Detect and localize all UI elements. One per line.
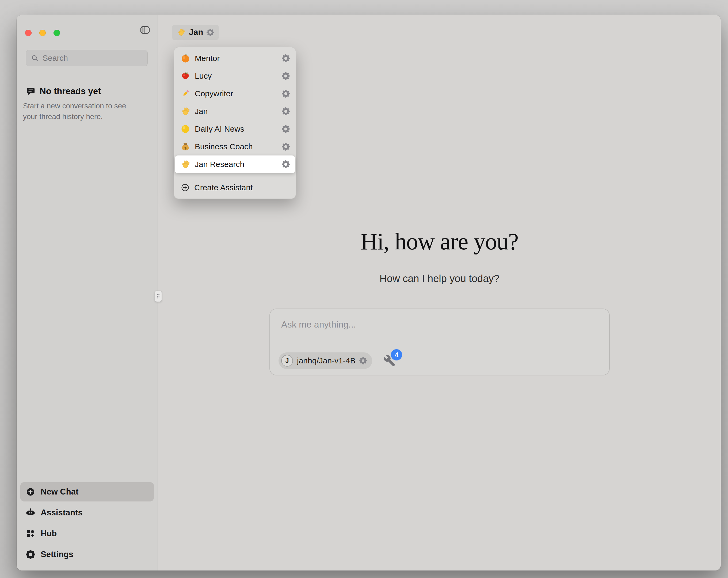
search-icon <box>31 54 39 62</box>
model-name: janhq/Jan-v1-4B <box>297 356 355 365</box>
empty-state-description: Start a new conversation to see your thr… <box>23 101 141 122</box>
sidebar-item-assistants[interactable]: Assistants <box>20 503 154 522</box>
model-selector-button[interactable]: J janhq/Jan-v1-4B <box>279 352 372 369</box>
plus-circle-filled-icon <box>26 487 35 497</box>
assistant-item-gear-icon[interactable] <box>282 125 290 133</box>
assistant-item-gear-icon[interactable] <box>282 72 290 80</box>
assistant-menu-item-daily-ai-news[interactable]: Daily AI News <box>176 120 293 138</box>
sidebar-toggle-icon <box>140 25 150 35</box>
sidebar: No threads yet Start a new conversation … <box>17 15 158 571</box>
sidebar-item-label: Hub <box>41 529 149 538</box>
pencil-emoji <box>181 89 190 99</box>
wave-emoji <box>181 159 190 169</box>
sidebar-resize-handle[interactable] <box>155 291 162 302</box>
assistant-item-gear-icon[interactable] <box>282 54 290 62</box>
assistants-icon <box>26 508 35 518</box>
settings-gear-icon <box>26 550 35 559</box>
assistant-menu-list: MentorLucyCopywriterJanDaily AI News$Bus… <box>176 50 293 173</box>
apple-emoji <box>181 71 190 81</box>
assistant-item-gear-icon[interactable] <box>282 160 290 168</box>
message-input[interactable] <box>281 319 598 342</box>
search-input[interactable] <box>43 53 142 62</box>
create-assistant-button[interactable]: Create Assistant <box>176 179 293 196</box>
assistant-item-gear-icon[interactable] <box>282 143 290 151</box>
sidebar-item-label: Assistants <box>41 508 149 518</box>
chat-bubble-icon <box>26 87 35 96</box>
menu-divider <box>177 176 292 176</box>
assistant-selector-button[interactable]: Jan <box>172 25 219 40</box>
main-area: Jan MentorLucyCopywriterJanDaily AI News… <box>158 15 721 571</box>
assistant-menu-item-label: Daily AI News <box>195 124 277 133</box>
assistant-menu-item-label: Copywriter <box>195 89 277 98</box>
plus-circle-icon <box>181 183 190 192</box>
svg-text:$: $ <box>184 146 186 150</box>
assistant-menu-item-jan-research[interactable]: Jan Research <box>175 155 295 173</box>
tools-button[interactable]: 4 <box>383 355 396 367</box>
assistant-menu-item-business-coach[interactable]: $Business Coach <box>176 138 293 155</box>
assistant-menu-item-label: Lucy <box>195 71 277 80</box>
close-button[interactable] <box>25 30 31 36</box>
composer-toolbar: J janhq/Jan-v1-4B 4 <box>279 352 396 369</box>
app-window: No threads yet Start a new conversation … <box>17 15 721 571</box>
desktop-background: No threads yet Start a new conversation … <box>0 0 728 578</box>
yellow-circle-emoji <box>181 124 190 134</box>
minimize-button[interactable] <box>39 30 46 36</box>
create-assistant-label: Create Assistant <box>194 183 290 192</box>
assistant-menu: MentorLucyCopywriterJanDaily AI News$Bus… <box>174 47 296 199</box>
assistant-menu-item-label: Business Coach <box>195 142 277 151</box>
zoom-button[interactable] <box>53 30 60 36</box>
assistant-menu-item-jan[interactable]: Jan <box>176 102 293 120</box>
wave-emoji <box>177 28 185 37</box>
search-field[interactable] <box>26 50 148 66</box>
empty-state-title: No threads yet <box>40 86 101 96</box>
model-avatar: J <box>281 355 293 367</box>
sidebar-item-settings[interactable]: Settings <box>20 545 154 564</box>
hub-icon <box>26 529 35 538</box>
composer: J janhq/Jan-v1-4B 4 <box>269 308 610 375</box>
assistant-header-gear-icon[interactable] <box>207 29 214 36</box>
assistant-selector-label: Jan <box>189 28 203 37</box>
assistant-menu-item-lucy[interactable]: Lucy <box>176 67 293 85</box>
wave-emoji <box>181 106 190 116</box>
tools-count-badge: 4 <box>391 349 402 360</box>
assistant-menu-item-copywriter[interactable]: Copywriter <box>176 85 293 102</box>
sidebar-nav: New ChatAssistantsHubSettings <box>20 482 154 564</box>
assistant-menu-item-label: Jan Research <box>195 160 277 169</box>
window-controls <box>25 30 60 36</box>
moneybag-emoji: $ <box>181 142 190 151</box>
assistant-menu-item-label: Mentor <box>195 54 277 63</box>
model-settings-gear-icon[interactable] <box>359 357 367 365</box>
assistant-menu-item-label: Jan <box>195 107 277 116</box>
assistant-menu-item-mentor[interactable]: Mentor <box>176 50 293 67</box>
sidebar-item-label: Settings <box>41 550 149 559</box>
assistant-item-gear-icon[interactable] <box>282 90 290 98</box>
orange-emoji <box>181 53 190 63</box>
greeting-subtitle: How can I help you today? <box>158 273 721 284</box>
sidebar-item-new-chat[interactable]: New Chat <box>20 482 154 501</box>
sidebar-item-label: New Chat <box>41 487 149 497</box>
sidebar-toggle-button[interactable] <box>139 25 151 36</box>
grip-dots-icon <box>156 293 160 299</box>
sidebar-item-hub[interactable]: Hub <box>20 524 154 543</box>
greeting-title: Hi, how are you? <box>158 228 721 255</box>
assistant-item-gear-icon[interactable] <box>282 107 290 115</box>
threads-empty-state: No threads yet Start a new conversation … <box>23 86 141 122</box>
